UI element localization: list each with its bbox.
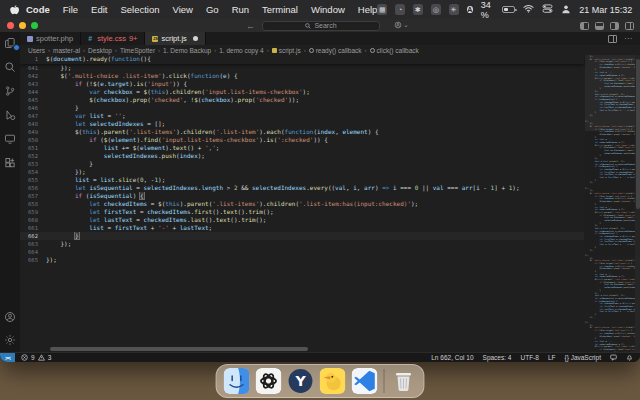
- dock-duck-icon[interactable]: [320, 368, 346, 394]
- code-line-643[interactable]: 643 if (!$(e.target).is('input')) {: [20, 80, 584, 88]
- search-sidebar-icon[interactable]: [4, 60, 17, 73]
- control-center-icon[interactable]: [542, 4, 553, 15]
- menu-item-help[interactable]: Help: [358, 4, 378, 15]
- code-line-659[interactable]: 659 let firstText = checkedItems.first()…: [20, 208, 584, 216]
- dock-yandex-icon[interactable]: Y: [288, 368, 314, 394]
- sticky-scroll-line[interactable]: 1$(document).ready(function(){: [20, 55, 584, 64]
- editor[interactable]: 1$(document).ready(function(){ 641 });64…: [20, 55, 640, 352]
- profile-icon[interactable]: ⌄: [394, 21, 409, 29]
- minimize-window-button[interactable]: [19, 22, 26, 29]
- code-line-646[interactable]: 646 }: [20, 104, 584, 112]
- back-icon[interactable]: ←: [246, 21, 255, 31]
- code-line-653[interactable]: 653 }: [20, 160, 584, 168]
- breadcrumb-item[interactable]: Users: [28, 47, 45, 54]
- customize-layout-icon[interactable]: [625, 22, 634, 30]
- remote-indicator[interactable]: ><: [0, 353, 15, 362]
- problems-summary[interactable]: 9 3: [21, 354, 51, 361]
- extensions-icon[interactable]: [4, 156, 17, 169]
- more-actions-icon[interactable]: ⋯: [624, 34, 632, 43]
- code-line-641[interactable]: 641 });: [20, 64, 584, 72]
- menu-item-code[interactable]: Code: [26, 4, 50, 15]
- menu-item-selection[interactable]: Selection: [120, 4, 159, 15]
- tab-spotter-php[interactable]: spotter.php: [20, 32, 81, 45]
- input-source-icon[interactable]: A: [467, 6, 473, 13]
- menu-item-go[interactable]: Go: [206, 4, 219, 15]
- explorer-icon[interactable]: [4, 36, 17, 49]
- code-line-651[interactable]: 651 list += $(element).text() + ',';: [20, 144, 584, 152]
- zoom-window-button[interactable]: [31, 22, 38, 29]
- code-line-642[interactable]: 642 $('.multi-choice .list-item').click(…: [20, 72, 584, 80]
- code-line-649[interactable]: 649 $(this).parent('.list-items').childr…: [20, 128, 584, 136]
- breadcrumb-item[interactable]: master-al: [53, 47, 80, 54]
- menu-item-view[interactable]: View: [173, 4, 193, 15]
- run-debug-icon[interactable]: [4, 108, 17, 121]
- code-line-654[interactable]: 654 });: [20, 168, 584, 176]
- code-line-665[interactable]: 665});: [20, 256, 584, 264]
- source-control-icon[interactable]: [4, 84, 17, 97]
- breadcrumb-item[interactable]: click() callback: [370, 47, 419, 54]
- user-menu-icon[interactable]: [561, 4, 571, 16]
- status-app-icon-4[interactable]: ◎: [431, 4, 441, 15]
- code-line-657[interactable]: 657 if (isSequential) {: [20, 192, 584, 200]
- breadcrumb-item[interactable]: TimeSpotter: [120, 47, 155, 54]
- code-line-645[interactable]: 645 $(checkbox).prop('checked', !$(check…: [20, 96, 584, 104]
- code-line-644[interactable]: 644 var checkbox = $(this).children('inp…: [20, 88, 584, 96]
- code-line-1[interactable]: 1$(document).ready(function(){: [20, 55, 584, 63]
- tab-script-js[interactable]: JS script.js: [145, 32, 205, 45]
- close-window-button[interactable]: [7, 22, 14, 29]
- status-app-icon-1[interactable]: ▦: [377, 4, 387, 15]
- remote-explorer-icon[interactable]: [4, 132, 17, 145]
- menu-item-file[interactable]: File: [63, 4, 78, 15]
- toggle-panel-icon[interactable]: [595, 22, 604, 30]
- unsaved-changes-dot[interactable]: [193, 36, 198, 41]
- menu-item-run[interactable]: Run: [232, 4, 249, 15]
- code-line-658[interactable]: 658 let checkedItems = $(this).parent('.…: [20, 200, 584, 208]
- menubar-clock[interactable]: 21 Mar 15:32: [579, 5, 632, 15]
- horizontal-scrollbar[interactable]: [50, 347, 308, 351]
- breadcrumb-item[interactable]: script.js: [272, 47, 301, 54]
- menu-item-window[interactable]: Window: [311, 4, 345, 15]
- apple-menu-icon[interactable]: [9, 4, 20, 16]
- battery-indicator[interactable]: 34 %: [481, 0, 516, 20]
- breadcrumb-item[interactable]: Desktop: [88, 47, 112, 54]
- status-app-icon-3[interactable]: ✱: [413, 4, 423, 15]
- code-line-663[interactable]: 663 });: [20, 240, 584, 248]
- toggle-secondary-sidebar-icon[interactable]: [610, 22, 619, 30]
- code-line-655[interactable]: 655 list = list.slice(0, -1);: [20, 176, 584, 184]
- notifications-bell-icon[interactable]: [626, 354, 633, 361]
- breadcrumb-item[interactable]: ready() callback: [309, 47, 362, 54]
- menu-item-edit[interactable]: Edit: [91, 4, 107, 15]
- split-editor-icon[interactable]: [608, 35, 617, 43]
- code-line-652[interactable]: 652 selectedIndexes.push(index);: [20, 152, 584, 160]
- dock-chatgpt-icon[interactable]: [256, 368, 282, 394]
- code-line-650[interactable]: 650 if ($(element).find('input.list-item…: [20, 136, 584, 144]
- code-line-656[interactable]: 656 let isSequential = selectedIndexes.l…: [20, 184, 584, 192]
- code-line-662[interactable]: 662 }: [20, 232, 584, 240]
- settings-gear-icon[interactable]: [4, 333, 17, 346]
- language-mode[interactable]: {} JavaScript: [564, 354, 601, 361]
- vertical-scrollbar[interactable]: [635, 55, 640, 352]
- account-icon[interactable]: [4, 310, 17, 323]
- feedback-icon[interactable]: [610, 354, 617, 361]
- breadcrumb-item[interactable]: 1. Demo Backup: [163, 47, 211, 54]
- dock-trash-icon[interactable]: [391, 368, 417, 394]
- command-center-search[interactable]: Search: [262, 21, 380, 31]
- encoding-setting[interactable]: UTF-8: [520, 354, 538, 361]
- dock-finder-icon[interactable]: [224, 368, 250, 394]
- code-line-661[interactable]: 661 list = firstText + '-' + lastText;: [20, 224, 584, 232]
- status-app-icon-5[interactable]: ✳: [449, 4, 459, 15]
- code-line-664[interactable]: 664: [20, 248, 584, 256]
- dock-vscode-icon[interactable]: [352, 368, 378, 394]
- wifi-icon[interactable]: [523, 4, 534, 15]
- eol-setting[interactable]: LF: [548, 354, 556, 361]
- indentation-setting[interactable]: Spaces: 4: [483, 354, 512, 361]
- menu-item-terminal[interactable]: Terminal: [262, 4, 298, 15]
- code-line-647[interactable]: 647 var list = '';: [20, 112, 584, 120]
- tab-style-css[interactable]: # style.css 9+: [81, 32, 145, 45]
- cursor-position[interactable]: Ln 662, Col 10: [431, 354, 473, 361]
- code-line-648[interactable]: 648 let selectedIndexes = [];: [20, 120, 584, 128]
- toggle-sidebar-icon[interactable]: [580, 22, 589, 30]
- breadcrumb-item[interactable]: 1. demo copy 4: [219, 47, 263, 54]
- status-app-icon-2[interactable]: ◔: [395, 4, 405, 15]
- code-line-660[interactable]: 660 let lastText = checkedItems.last().t…: [20, 216, 584, 224]
